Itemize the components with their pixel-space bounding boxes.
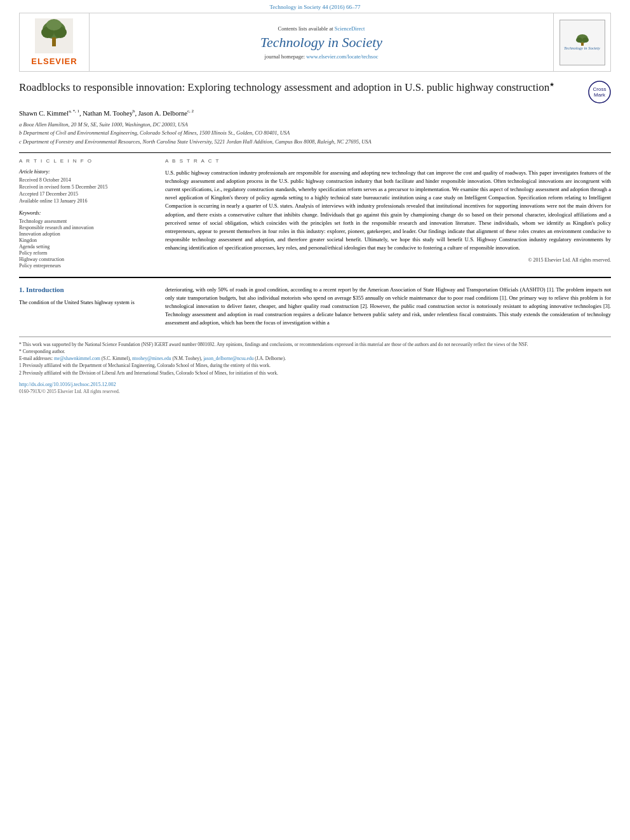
keywords-label: Keywords: [19,210,152,216]
keyword-8: Policy entrepreneurs [19,263,152,269]
body-left: 1. Introduction The condition of the Uni… [19,286,152,328]
history-accepted: Accepted 17 December 2015 [19,191,152,197]
article-info-heading: A R T I C L E I N F O [19,158,152,164]
footer-copyright: 0160-791X/© 2015 Elsevier Ltd. All right… [19,389,611,394]
publisher-logo: ELSEVIER [20,13,90,71]
top-divider [19,152,611,153]
keyword-3: Innovation adoption [19,231,152,237]
doi-anchor[interactable]: http://dx.doi.org/10.1016/j.techsoc.2015… [19,382,116,387]
svg-point-7 [576,37,582,43]
elsevier-label: ELSEVIER [31,57,77,66]
elsevier-tree-icon [35,18,73,53]
main-content: Roadblocks to responsible innovation: Ex… [19,72,611,394]
authors-line: Shawn C. Kimmela, *, 1, Nathan M. Toohey… [19,109,611,117]
paper-title: Roadblocks to responsible innovation: Ex… [19,81,582,95]
history-available: Available online 13 January 2016 [19,198,152,204]
bottom-divider [19,277,611,278]
footnote-star: * This work was supported by the Nationa… [19,341,611,348]
journal-homepage: journal homepage: www.elsevier.com/locat… [265,53,379,60]
footnote-emails: E-mail addresses: me@shawnkimmel.com (S.… [19,355,611,362]
footnotes: * This work was supported by the Nationa… [19,337,611,394]
footnote-1: 1 Previously affiliated with the Departm… [19,362,611,369]
affiliation-a: a Booz Allen Hamilton, 20 M St, SE, Suit… [19,121,611,129]
svg-text:Cross: Cross [593,86,607,92]
thumb-tree-icon [573,33,592,46]
affiliation-b: b Department of Civil and Environmental … [19,129,611,137]
contents-available: Contents lists available at ScienceDirec… [278,25,365,32]
keyword-4: Kingdon [19,237,152,243]
journal-header: ELSEVIER Contents lists available at Sci… [19,13,611,72]
paper-title-section: Roadblocks to responsible innovation: Ex… [19,81,611,103]
doi-link[interactable]: http://dx.doi.org/10.1016/j.techsoc.2015… [19,382,611,387]
email3-link[interactable]: jason_delborne@ncsu.edu [203,356,253,361]
email2-link[interactable]: ntoohey@mines.edu [132,356,171,361]
journal-title-area: Contents lists available at ScienceDirec… [90,13,553,71]
affiliations: a Booz Allen Hamilton, 20 M St, SE, Suit… [19,121,611,146]
keyword-1: Technology assessment [19,218,152,224]
keyword-2: Responsible research and innovation [19,225,152,230]
sciencedirect-link[interactable]: ScienceDirect [335,25,365,32]
email1-link[interactable]: me@shawnkimmel.com [54,356,100,361]
footnote-2: 2 Previously affiliated with the Divisio… [19,370,611,377]
intro-heading: 1. Introduction [19,286,152,293]
abstract-text: U.S. public highway construction industr… [165,169,611,253]
keyword-6: Policy reform [19,250,152,256]
crossmark-logo: Cross Mark [588,81,611,103]
svg-rect-4 [52,37,56,46]
svg-point-5 [46,19,62,30]
history-revised: Received in revised form 5 December 2015 [19,184,152,190]
svg-point-8 [582,37,589,43]
intro-right-text: deteriorating, with only 50% of roads in… [165,286,611,328]
affiliation-c: c Department of Forestry and Environment… [19,138,611,146]
journal-title: Technology in Society [260,34,382,51]
abstract-section: A B S T R A C T U.S. public highway cons… [165,158,611,269]
svg-text:Mark: Mark [594,92,606,98]
article-info: A R T I C L E I N F O Article history: R… [19,158,152,269]
footnote-corresponding: * Corresponding author. [19,348,611,355]
body-section: 1. Introduction The condition of the Uni… [19,286,611,328]
homepage-link[interactable]: www.elsevier.com/locate/techsoc [306,53,378,60]
info-abstract-section: A R T I C L E I N F O Article history: R… [19,158,611,269]
keyword-5: Agenda setting [19,244,152,250]
history-received: Received 8 October 2014 [19,177,152,183]
article-history-label: Article history: [19,169,152,175]
abstract-heading: A B S T R A C T [165,158,611,164]
intro-left-text: The condition of the United States highw… [19,298,152,307]
abstract-copyright: © 2015 Elsevier Ltd. All rights reserved… [165,257,611,263]
thumb-journal-title: Technology in Society [564,46,600,51]
keyword-7: Highway construction [19,257,152,262]
body-right: deteriorating, with only 50% of roads in… [165,286,611,328]
journal-thumbnail: Technology in Society [553,13,610,71]
journal-citation: Technology in Society 44 (2016) 66–77 [0,0,630,13]
